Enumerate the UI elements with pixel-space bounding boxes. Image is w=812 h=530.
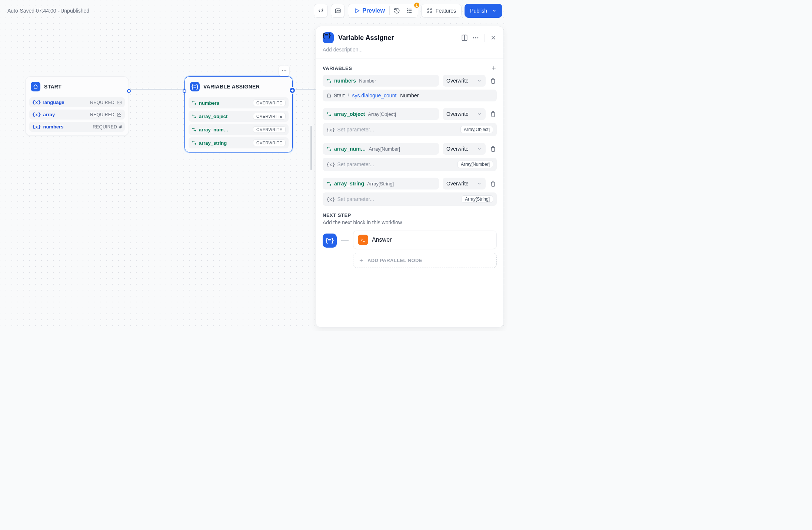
node-va-add-output[interactable]: + — [289, 87, 296, 94]
preview-button[interactable]: Preview — [350, 4, 388, 17]
ellipsis-icon — [281, 68, 287, 74]
variable-target[interactable]: array_num… Array[Number] — [323, 143, 439, 155]
variable-target[interactable]: numbers Number — [323, 75, 439, 87]
var-placeholder-icon: {x} — [326, 127, 335, 132]
divider — [389, 6, 390, 15]
preview-group: Preview 1 — [348, 4, 418, 18]
svg-marker-2 — [356, 9, 359, 13]
var-placeholder-icon: {x} — [326, 197, 335, 202]
va-row: array_object OVERWRITE — [189, 111, 289, 122]
features-button[interactable]: Features — [421, 4, 462, 18]
book-icon — [461, 34, 468, 41]
node-start[interactable]: START {x}language REQUIRED {x}array REQU… — [25, 76, 129, 136]
apps-icon — [427, 8, 433, 14]
separator — [485, 34, 485, 42]
plus-icon — [491, 65, 497, 71]
next-step-title: NEXT STEP — [323, 212, 497, 218]
svg-point-13 — [285, 70, 286, 71]
ellipsis-icon — [472, 34, 479, 41]
svg-point-11 — [282, 70, 283, 71]
checklist-icon — [406, 7, 413, 14]
edge-start-to-va — [129, 89, 186, 90]
conv-var-icon — [192, 114, 197, 119]
variable-target[interactable]: array_string Array[String] — [323, 178, 439, 189]
variable-source[interactable]: Start / sys.dialogue_count Number — [323, 90, 497, 101]
history-button[interactable] — [390, 4, 403, 17]
panel-more-button[interactable] — [472, 34, 479, 41]
start-var-row: {x}numbers REQUIRED # — [29, 122, 125, 132]
home-icon — [326, 93, 332, 98]
conv-var-icon — [326, 111, 332, 117]
delete-variable-button[interactable] — [489, 180, 497, 187]
code-brackets-icon — [317, 7, 324, 14]
docs-button[interactable] — [461, 34, 468, 41]
panel-description-input[interactable] — [323, 47, 497, 53]
top-bar: Auto-Saved 07:44:00 · Unpublished ENV Pr… — [0, 0, 508, 21]
notification-badge: 1 — [413, 2, 420, 9]
trash-icon — [490, 180, 496, 187]
delete-variable-button[interactable] — [489, 145, 497, 152]
svg-rect-9 — [120, 113, 121, 114]
variable-source[interactable]: {x} Set parameter... Array[String] — [323, 192, 497, 206]
mode-select[interactable]: Overwrite — [443, 143, 486, 155]
canvas-scroll-indicator[interactable] — [310, 126, 312, 170]
svg-point-4 — [430, 9, 432, 10]
next-step-subtitle: Add the next block in this workflow — [323, 219, 497, 225]
trash-icon — [490, 111, 496, 117]
json-type-icon — [117, 112, 122, 117]
home-icon — [31, 82, 40, 91]
mode-select[interactable]: Overwrite — [443, 178, 486, 189]
conv-var-icon — [326, 146, 332, 152]
svg-point-5 — [427, 11, 429, 13]
variable-assigner-icon: {=} — [323, 32, 334, 43]
mode-select[interactable]: Overwrite — [443, 75, 486, 87]
trash-icon — [490, 77, 496, 84]
close-icon — [490, 34, 497, 41]
env-button[interactable]: ENV — [331, 4, 345, 18]
svg-point-14 — [473, 37, 474, 38]
side-panel: {=} Variable Assigner VARIABLES — [316, 26, 504, 328]
svg-rect-8 — [117, 113, 119, 114]
start-var-row: {x}array REQUIRED — [29, 110, 125, 120]
publish-button[interactable]: Publish — [465, 4, 502, 18]
trash-icon — [490, 145, 496, 152]
svg-point-12 — [284, 70, 284, 71]
svg-point-15 — [475, 37, 476, 38]
node-start-title: START — [44, 84, 61, 90]
delete-variable-button[interactable] — [489, 111, 497, 117]
answer-icon — [358, 235, 368, 245]
next-step-answer[interactable]: Answer — [353, 231, 497, 249]
add-parallel-node-button[interactable]: ADD PARALLEL NODE — [353, 253, 497, 268]
node-start-output-port[interactable] — [127, 89, 131, 93]
conv-var-icon — [192, 100, 197, 105]
va-row: array_string OVERWRITE — [189, 137, 289, 148]
va-row: numbers OVERWRITE — [189, 97, 289, 108]
conv-var-icon — [326, 78, 332, 84]
variable-source[interactable]: {x} Set parameter... Array[Number] — [323, 158, 497, 171]
chevron-down-icon — [477, 111, 482, 117]
chevron-down-icon — [477, 181, 482, 186]
var-placeholder-icon: {x} — [326, 162, 335, 167]
text-type-icon — [117, 100, 122, 105]
plus-icon — [359, 258, 364, 263]
add-variable-button[interactable] — [491, 65, 497, 71]
variable-source[interactable]: {x} Set parameter... Array[Object] — [323, 123, 497, 136]
node-variable-assigner[interactable]: + {=} VARIABLE ASSIGNER numbers OVERWRIT… — [184, 76, 293, 152]
panel-close-button[interactable] — [490, 34, 497, 41]
conv-var-icon — [192, 140, 197, 145]
mode-select[interactable]: Overwrite — [443, 108, 486, 120]
svg-point-3 — [427, 9, 429, 10]
variables-section-title: VARIABLES — [323, 66, 352, 71]
panel-title: Variable Assigner — [338, 34, 456, 42]
delete-variable-button[interactable] — [489, 77, 497, 84]
node-context-menu-button[interactable] — [279, 65, 290, 76]
variable-target[interactable]: array_object Array[Object] — [323, 108, 439, 120]
top-bar-actions: ENV Preview 1 Features Publish — [314, 4, 502, 18]
hash-type-icon: # — [119, 124, 122, 130]
next-step-from-icon: {=} — [323, 234, 337, 248]
va-row: array_num… OVERWRITE — [189, 124, 289, 135]
node-va-input-port[interactable] — [183, 89, 186, 93]
chevron-down-icon — [492, 8, 497, 13]
chevron-down-icon — [477, 146, 482, 151]
code-snippet-button[interactable] — [314, 4, 328, 18]
